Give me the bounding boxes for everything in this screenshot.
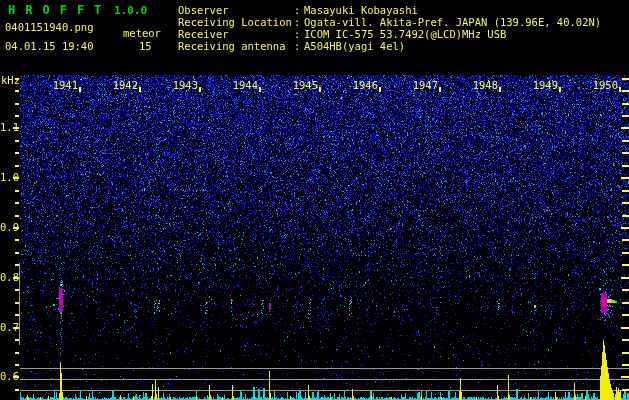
info-value: Ogata-vill. Akita-Pref. JAPAN (139.96E, …	[304, 16, 601, 28]
info-row: Observer:Masayuki Kobayashi	[178, 4, 601, 16]
y-tick-label: 0.6	[0, 370, 13, 382]
y-tick-label: 0.9	[0, 221, 13, 233]
info-label: Receiving antenna	[178, 40, 294, 52]
spectrogram-canvas	[0, 0, 629, 400]
info-value: ICOM IC-575 53.7492(@LCD)MHz USB	[304, 28, 506, 40]
info-value: A504HB(yagi 4el)	[304, 40, 405, 52]
info-label: Receiving Location	[178, 16, 294, 28]
y-tick-label: 1.0	[0, 171, 13, 183]
hrofft-output: HROFFT 1.0.0 0401151940.png meteor 04.01…	[0, 0, 629, 400]
info-colon: :	[294, 28, 304, 40]
info-row: Receiver:ICOM IC-575 53.7492(@LCD)MHz US…	[178, 28, 601, 40]
info-colon: :	[294, 16, 304, 28]
y-tick-label: 0.7	[0, 321, 13, 333]
mode-label: meteor	[123, 27, 161, 39]
info-label: Observer	[178, 4, 294, 16]
y-tick-label: 0.8	[0, 271, 13, 283]
x-tick-label: 1944	[228, 79, 258, 91]
meteor-count: 15	[139, 40, 152, 52]
x-tick-label: 1945	[288, 79, 318, 91]
y-axis-unit-label: kHz	[1, 74, 20, 86]
y-tick-label: 1.1	[0, 121, 13, 133]
output-filename: 0401151940.png	[5, 21, 94, 33]
x-tick-label: 1943	[168, 79, 198, 91]
x-tick-label: 1949	[528, 79, 558, 91]
info-row: Receiving antenna:A504HB(yagi 4el)	[178, 40, 601, 52]
info-colon: :	[294, 4, 304, 16]
x-tick-label: 1942	[108, 79, 138, 91]
x-tick-label: 1950	[588, 79, 618, 91]
x-tick-label: 1948	[468, 79, 498, 91]
x-tick-label: 1947	[408, 79, 438, 91]
session-datetime: 04.01.15 19:40	[5, 40, 94, 52]
info-row: Receiving Location:Ogata-vill. Akita-Pre…	[178, 16, 601, 28]
observer-info-block: Observer:Masayuki KobayashiReceiving Loc…	[178, 4, 601, 52]
app-version: 1.0.0	[114, 4, 147, 17]
info-colon: :	[294, 40, 304, 52]
app-title: HROFFT	[8, 3, 111, 17]
info-label: Receiver	[178, 28, 294, 40]
x-tick-label: 1946	[348, 79, 378, 91]
x-tick-label: 1941	[48, 79, 78, 91]
info-value: Masayuki Kobayashi	[304, 4, 418, 16]
